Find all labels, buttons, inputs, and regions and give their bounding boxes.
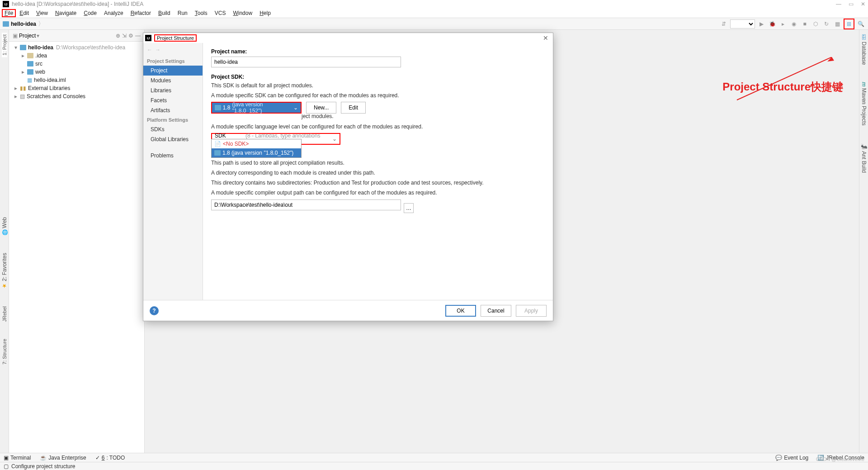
back-icon[interactable]: ← (147, 47, 152, 53)
ok-button[interactable]: OK (445, 305, 476, 317)
window-title: hello-idea [D:\Workspace\test\hello-idea… (12, 1, 143, 7)
maximize-icon[interactable]: ▭ (849, 1, 854, 7)
menu-code[interactable]: Code (80, 9, 100, 17)
dialog-footer: ? OK Cancel Apply (143, 300, 553, 321)
edit-sdk-button[interactable]: Edit (341, 102, 366, 114)
tab-ant[interactable]: 🐜 Ant Build (861, 141, 867, 175)
tab-jrebel[interactable]: JRebel (2, 304, 7, 323)
browse-button[interactable]: … (404, 203, 414, 213)
tree-iml[interactable]: ▦hello-idea.iml (11, 76, 142, 84)
chevron-down-icon: ⌄ (332, 136, 337, 142)
dialog-close-icon[interactable]: ✕ (540, 34, 551, 42)
dialog-titlebar: IJ Project Structure ✕ (143, 33, 553, 43)
sidebar-item-sdks[interactable]: SDKs (143, 124, 203, 134)
menu-vcs[interactable]: VCS (211, 9, 230, 17)
collapse-icon[interactable]: ⊕ (116, 33, 120, 39)
menubar: File Edit View Navigate Code Analyze Ref… (0, 8, 868, 18)
sdk-opt-none[interactable]: 📄<No SDK> (212, 139, 301, 148)
menu-navigate[interactable]: Navigate (52, 9, 80, 17)
annotation-text: Project Structure快捷键 (722, 80, 843, 94)
tab-structure[interactable]: 7: Structure (2, 337, 7, 366)
expand-icon[interactable]: ⇲ (122, 33, 127, 39)
gear-icon[interactable]: ⚙ (128, 33, 133, 39)
menu-build[interactable]: Build (155, 9, 174, 17)
status-bar: ▢ Configure project structure (0, 462, 868, 470)
stop-icon[interactable]: ■ (800, 19, 809, 28)
tree-web[interactable]: ▸web (11, 68, 142, 76)
sidebar-item-facets[interactable]: Facets (143, 95, 203, 105)
tab-todo[interactable]: ✓ 6: TODO (95, 455, 125, 461)
cancel-button[interactable]: Cancel (481, 305, 511, 317)
menu-analyze[interactable]: Analyze (100, 9, 127, 17)
apply-button[interactable]: Apply (516, 305, 547, 317)
tree-idea[interactable]: ▸.idea (11, 52, 142, 60)
output-desc4: A module specific compiler output path c… (211, 189, 545, 196)
update-icon[interactable]: ↻ (822, 19, 831, 28)
status-text: Configure project structure (11, 463, 75, 470)
project-icon: ▣ (13, 33, 18, 39)
run-config-select[interactable] (730, 19, 755, 28)
tree-scratches[interactable]: ▸▤Scratches and Consoles (11, 92, 142, 100)
sdk-dropdown: 📄<No SDK> 1.8 (java version "1.8.0_152") (211, 139, 302, 158)
forward-icon[interactable]: → (155, 47, 160, 53)
menu-refactor[interactable]: Refactor (127, 9, 155, 17)
menu-file[interactable]: File (2, 9, 16, 17)
tab-web[interactable]: 🌐 Web (1, 215, 8, 237)
profile-icon[interactable]: ◉ (789, 19, 798, 28)
minimize-icon[interactable]: — (836, 1, 841, 7)
tree-root[interactable]: ▾hello-ideaD:\Workspace\test\hello-idea (11, 43, 142, 52)
close-icon[interactable]: ✕ (861, 1, 865, 7)
window-controls: — ▭ ✕ (836, 1, 865, 7)
menu-window[interactable]: Window (229, 9, 256, 17)
menu-edit[interactable]: Edit (16, 9, 33, 17)
breadcrumb-root[interactable]: hello-idea (3, 21, 36, 27)
search-icon[interactable]: 🔍 (856, 19, 865, 28)
tab-java-ee[interactable]: ☕ Java Enterprise (40, 455, 86, 461)
menu-run[interactable]: Run (174, 9, 191, 17)
sidebar-item-global-libs[interactable]: Global Libraries (143, 134, 203, 144)
coverage-icon[interactable]: ▸ (778, 19, 788, 28)
dialog-content: Project name: Project SDK: This SDK is d… (203, 43, 553, 300)
tab-database[interactable]: 🗄 Database (861, 33, 867, 66)
tab-maven[interactable]: m Maven Projects (861, 80, 867, 127)
project-panel: ▣ Project ▾ ⊕ ⇲ ⚙ — ▾hello-ideaD:\Worksp… (9, 30, 145, 454)
titlebar: IJ hello-idea [D:\Workspace\test\hello-i… (0, 0, 868, 8)
layout-icon[interactable]: ▦ (833, 19, 842, 28)
dialog-title: Project Structure (154, 34, 197, 42)
tab-favorites[interactable]: ★ 2: Favorites (1, 251, 8, 291)
project-structure-button[interactable]: ⊞ (844, 19, 854, 29)
tree-src[interactable]: src (11, 60, 142, 68)
tab-terminal[interactable]: ▣ Terminal (4, 455, 31, 461)
sync-icon[interactable]: ⇵ (719, 19, 728, 28)
menu-help[interactable]: Help (256, 9, 274, 17)
intellij-icon: IJ (145, 35, 151, 41)
menu-tools[interactable]: Tools (191, 9, 211, 17)
navbar: hello-idea 〉 ⇵ ▶ 🐞 ▸ ◉ ■ ⬡ ↻ ▦ ⊞ 🔍 (0, 18, 868, 30)
tab-event-log[interactable]: 💬 Event Log (775, 455, 808, 461)
tree-ext-libs[interactable]: ▸▮▮External Libraries (11, 84, 142, 92)
project-tree: ▾hello-ideaD:\Workspace\test\hello-idea … (9, 42, 144, 102)
attach-icon[interactable]: ⬡ (811, 19, 820, 28)
sidebar-item-modules[interactable]: Modules (143, 76, 203, 85)
hide-icon[interactable]: — (135, 33, 141, 39)
sdk-desc1: This SDK is default for all project modu… (211, 82, 545, 89)
project-panel-title: Project (19, 33, 36, 39)
tab-project[interactable]: 1: Project (2, 33, 7, 57)
sidebar-item-problems[interactable]: Problems (143, 151, 203, 161)
svg-marker-1 (827, 57, 834, 62)
output-path-input[interactable] (211, 199, 401, 210)
project-name-label: Project name: (211, 48, 545, 55)
help-icon[interactable]: ? (150, 306, 159, 315)
run-icon[interactable]: ▶ (757, 19, 766, 28)
sidebar-item-libraries[interactable]: Libraries (143, 85, 203, 95)
sdk-opt-18[interactable]: 1.8 (java version "1.8.0_152") (212, 148, 301, 157)
project-name-input[interactable] (211, 57, 401, 67)
debug-icon[interactable]: 🐞 (768, 19, 777, 28)
menu-view[interactable]: View (33, 9, 52, 17)
sidebar-item-artifacts[interactable]: Artifacts (143, 105, 203, 115)
sidebar-item-project[interactable]: Project (143, 66, 203, 76)
right-tool-rail: 🗄 Database m Maven Projects 🐜 Ant Build (859, 30, 868, 454)
project-sdk-combo[interactable]: 1.8 (java version "1.8.0_152") ⌄ (211, 102, 302, 114)
new-sdk-button[interactable]: New... (306, 102, 336, 114)
project-structure-dialog: IJ Project Structure ✕ ←→ Project Settin… (143, 33, 553, 321)
